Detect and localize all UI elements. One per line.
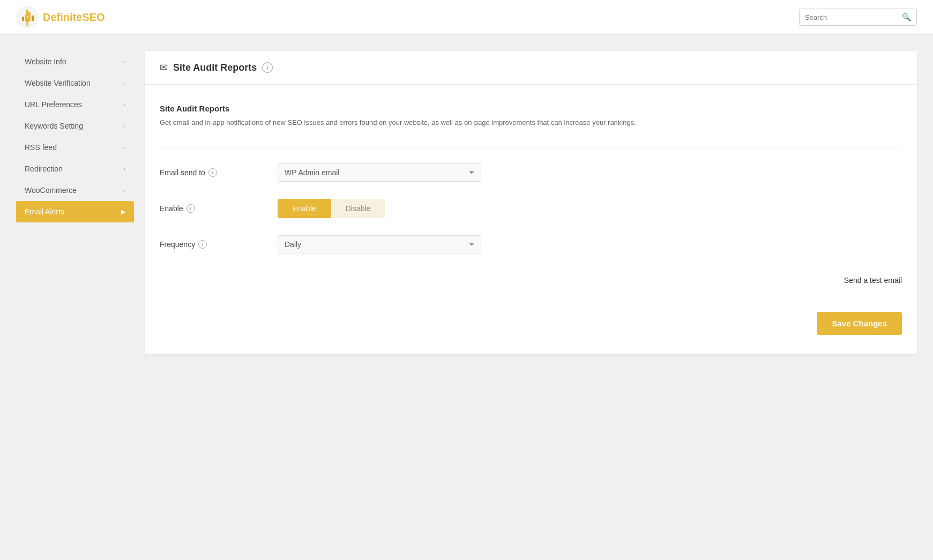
sidebar-item-label: RSS feed (25, 143, 57, 152)
chevron-right-icon: › (123, 187, 125, 193)
sidebar-item-website-verification[interactable]: Website Verification › (16, 72, 134, 94)
svg-rect-5 (25, 14, 27, 21)
email-send-to-select[interactable]: WP Admin email Custom email (278, 163, 481, 182)
svg-rect-7 (32, 16, 34, 21)
enable-toggle-group: Enable Disable (278, 199, 385, 218)
enable-button[interactable]: Enable (278, 199, 331, 218)
enable-row: Enable i Enable Disable (160, 199, 902, 218)
section-desc: Get email and in-app notifications of ne… (160, 117, 902, 129)
chevron-right-icon: › (123, 80, 125, 86)
disable-button[interactable]: Disable (331, 199, 385, 218)
frequency-info-icon[interactable]: i (198, 240, 207, 249)
svg-rect-3 (26, 23, 28, 26)
frequency-select[interactable]: Daily Weekly Monthly (278, 235, 481, 253)
sidebar-item-url-preferences[interactable]: URL Preferences › (16, 94, 134, 115)
email-send-to-label: Email send to i (160, 168, 267, 177)
help-icon[interactable]: i (262, 62, 273, 73)
section-title: Site Audit Reports (160, 104, 902, 113)
save-area: Save Changes (160, 301, 902, 335)
card-header-title: Site Audit Reports (173, 62, 257, 73)
main-content: ✉ Site Audit Reports i Site Audit Report… (145, 51, 917, 544)
card-header: ✉ Site Audit Reports i (145, 51, 917, 85)
sidebar-item-woocommerce[interactable]: WooCommerce › (16, 180, 134, 201)
search-input[interactable] (800, 10, 897, 25)
card: ✉ Site Audit Reports i Site Audit Report… (145, 51, 917, 354)
sidebar-item-label: WooCommerce (25, 186, 77, 195)
app-header: DefiniteSEO 🔍 (0, 0, 933, 35)
main-layout: Website Info › Website Verification › UR… (0, 35, 933, 560)
enable-label: Enable i (160, 204, 267, 213)
email-send-to-info-icon[interactable]: i (208, 168, 217, 177)
chevron-right-icon: › (123, 144, 125, 151)
sidebar-item-label: Email Alerts (25, 207, 64, 216)
sidebar: Website Info › Website Verification › UR… (16, 51, 134, 544)
chevron-right-active-icon: ▶ (121, 208, 125, 215)
sidebar-item-website-info[interactable]: Website Info › (16, 51, 134, 72)
sidebar-item-label: Website Info (25, 57, 66, 66)
sidebar-item-label: Redirection (25, 165, 63, 173)
search-box[interactable]: 🔍 (799, 9, 917, 26)
logo-icon (16, 6, 39, 28)
save-changes-button[interactable]: Save Changes (817, 312, 902, 335)
frequency-wrap: Daily Weekly Monthly (278, 235, 481, 253)
email-send-to-wrap: WP Admin email Custom email (278, 163, 481, 182)
card-body: Site Audit Reports Get email and in-app … (145, 85, 917, 354)
sidebar-item-label: Keywords Setting (25, 122, 83, 130)
svg-rect-4 (22, 17, 24, 21)
sidebar-item-label: Website Verification (25, 79, 91, 87)
chevron-right-icon: › (123, 101, 125, 108)
frequency-row: Frequency i Daily Weekly Monthly (160, 235, 902, 253)
email-send-to-row: Email send to i WP Admin email Custom em… (160, 163, 902, 182)
sidebar-item-email-alerts[interactable]: Email Alerts ▶ (16, 201, 134, 222)
enable-info-icon[interactable]: i (186, 204, 195, 213)
chevron-right-icon: › (123, 166, 125, 172)
send-test-email-link[interactable]: Send a test email (160, 271, 902, 301)
mail-icon: ✉ (160, 62, 168, 73)
sidebar-item-rss-feed[interactable]: RSS feed › (16, 137, 134, 158)
chevron-right-icon: › (123, 123, 125, 129)
sidebar-item-keywords-setting[interactable]: Keywords Setting › (16, 115, 134, 137)
divider (160, 148, 902, 148)
sidebar-item-label: URL Preferences (25, 100, 82, 109)
sidebar-item-redirection[interactable]: Redirection › (16, 158, 134, 180)
chevron-right-icon: › (123, 58, 125, 65)
frequency-label: Frequency i (160, 240, 267, 249)
logo-text: DefiniteSEO (43, 11, 105, 24)
svg-rect-6 (28, 12, 31, 21)
logo: DefiniteSEO (16, 6, 105, 28)
search-button[interactable]: 🔍 (897, 9, 916, 25)
